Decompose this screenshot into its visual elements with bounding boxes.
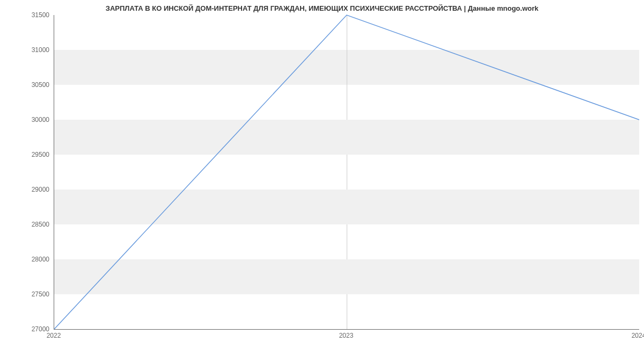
x-tick-label: 2022 — [47, 332, 61, 339]
y-tick-label: 28000 — [6, 256, 49, 263]
chart-title: ЗАРПЛАТА В КО ИНСКОЙ ДОМ-ИНТЕРНАТ ДЛЯ ГР… — [0, 0, 644, 14]
y-tick-label: 30000 — [6, 116, 49, 123]
x-tick-label: 2024 — [632, 332, 644, 339]
x-tick-label: 2023 — [339, 332, 354, 339]
y-tick-label: 27500 — [6, 290, 49, 298]
y-tick-label: 31500 — [6, 11, 49, 19]
chart-line — [54, 15, 639, 329]
line-series — [54, 15, 639, 329]
plot-area — [54, 15, 639, 330]
y-tick-label: 30500 — [6, 81, 49, 89]
y-tick-label: 28500 — [6, 221, 49, 228]
y-tick-label: 27000 — [6, 325, 49, 333]
y-tick-label: 29000 — [6, 186, 49, 193]
y-tick-label: 29500 — [6, 151, 49, 158]
y-tick-label: 31000 — [6, 46, 49, 54]
chart-container: ЗАРПЛАТА В КО ИНСКОЙ ДОМ-ИНТЕРНАТ ДЛЯ ГР… — [0, 0, 644, 349]
